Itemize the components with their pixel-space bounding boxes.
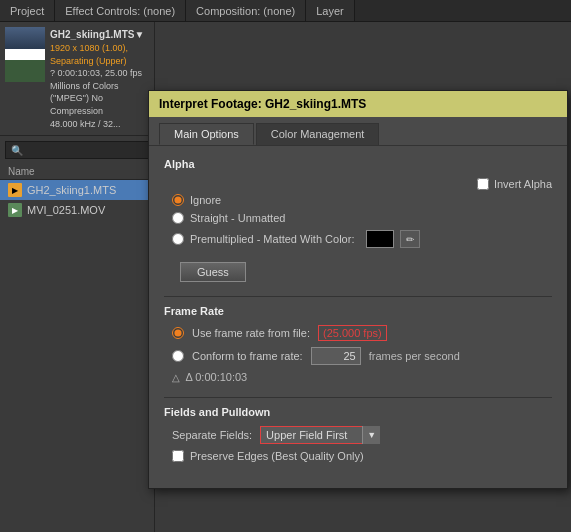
footage-metadata: GH2_skiing1.MTS▼ 1920 x 1080 (1.00), Sep… — [50, 27, 149, 130]
alpha-premultiplied-label: Premultiplied - Matted With Color: — [190, 233, 354, 245]
alpha-ignore-row: Ignore — [172, 194, 552, 206]
conform-frame-rate-label: Conform to frame rate: — [192, 350, 303, 362]
tab-effect-controls[interactable]: Effect Controls: (none) — [55, 0, 186, 21]
dialog-title: Interpret Footage: GH2_skiing1.MTS — [159, 97, 366, 111]
search-icon: 🔍 — [11, 145, 23, 156]
tab-layer[interactable]: Layer — [306, 0, 355, 21]
alpha-premultiplied-radio[interactable] — [172, 233, 184, 245]
frames-per-second-label: frames per second — [369, 350, 460, 362]
frame-rate-title: Frame Rate — [164, 305, 552, 317]
file-name: GH2_skiing1.MTS — [27, 184, 116, 196]
footage-line3: Millions of Colors — [50, 80, 149, 93]
separate-fields-select[interactable]: Off Upper Field First Lower Field First — [260, 426, 380, 444]
tab-main-options[interactable]: Main Options — [159, 123, 254, 145]
separator — [164, 296, 552, 297]
alpha-straight-row: Straight - Unmatted — [172, 212, 552, 224]
file-list: ▶ GH2_skiing1.MTS ▶ MVI_0251.MOV — [0, 180, 154, 532]
footage-line4: ("MPEG") No Compression — [50, 92, 149, 117]
alpha-ignore-radio[interactable] — [172, 194, 184, 206]
tab-project[interactable]: Project — [0, 0, 55, 21]
preserve-edges-row: Preserve Edges (Best Quality Only) — [172, 450, 552, 462]
frame-rate-from-file-value: (25.000 fps) — [318, 325, 387, 341]
mov-icon: ▶ — [8, 203, 22, 217]
frame-rate-from-file-radio[interactable] — [172, 327, 184, 339]
conform-frame-rate-radio[interactable] — [172, 350, 184, 362]
dialog-titlebar: Interpret Footage: GH2_skiing1.MTS — [149, 91, 567, 117]
alpha-section: Alpha Invert Alpha Ignore Straight - Unm… — [164, 158, 552, 282]
footage-thumbnail — [5, 27, 45, 82]
alpha-ignore-label: Ignore — [190, 194, 221, 206]
tab-color-management[interactable]: Color Management — [256, 123, 380, 145]
alpha-section-title: Alpha — [164, 158, 552, 170]
edit-icon: ✏ — [406, 234, 414, 245]
frame-rate-radio-group: Use frame rate from file: (25.000 fps) C… — [172, 325, 552, 365]
invert-alpha-checkbox[interactable] — [477, 178, 489, 190]
footage-info: GH2_skiing1.MTS▼ 1920 x 1080 (1.00), Sep… — [0, 22, 154, 136]
delta-icon: △ — [172, 372, 180, 383]
left-panel: GH2_skiing1.MTS▼ 1920 x 1080 (1.00), Sep… — [0, 22, 155, 532]
frame-rate-from-file-label: Use frame rate from file: — [192, 327, 310, 339]
alpha-radio-group: Ignore Straight - Unmatted Premultiplied… — [172, 194, 552, 248]
film-icon: ▶ — [8, 183, 22, 197]
delta-time: △ Δ 0:00:10:03 — [172, 371, 552, 383]
conform-frame-rate-input[interactable] — [311, 347, 361, 365]
edit-matte-color-button[interactable]: ✏ — [400, 230, 420, 248]
file-name: MVI_0251.MOV — [27, 204, 105, 216]
guess-button[interactable]: Guess — [180, 262, 246, 282]
footage-line5: 48.000 kHz / 32... — [50, 118, 149, 131]
matte-color-swatch[interactable] — [366, 230, 394, 248]
list-item[interactable]: ▶ GH2_skiing1.MTS — [0, 180, 154, 200]
separate-fields-label: Separate Fields: — [172, 429, 252, 441]
tab-composition[interactable]: Composition: (none) — [186, 0, 306, 21]
separator2 — [164, 397, 552, 398]
search-box[interactable]: 🔍 — [5, 141, 149, 159]
fields-section: Fields and Pulldown Separate Fields: Off… — [164, 406, 552, 462]
invert-alpha-label: Invert Alpha — [494, 178, 552, 190]
frame-rate-from-file-row: Use frame rate from file: (25.000 fps) — [172, 325, 552, 341]
dialog-content: Alpha Invert Alpha Ignore Straight - Unm… — [149, 146, 567, 488]
column-header: Name — [0, 164, 154, 180]
interpret-footage-dialog: Interpret Footage: GH2_skiing1.MTS Main … — [148, 90, 568, 489]
list-item[interactable]: ▶ MVI_0251.MOV — [0, 200, 154, 220]
footage-filename: GH2_skiing1.MTS▼ — [50, 27, 149, 42]
preserve-edges-checkbox[interactable] — [172, 450, 184, 462]
dialog-tabs: Main Options Color Management — [149, 117, 567, 146]
footage-line1: 1920 x 1080 (1.00), Separating (Upper) — [50, 42, 149, 67]
top-bar: Project Effect Controls: (none) Composit… — [0, 0, 571, 22]
separate-fields-row: Separate Fields: Off Upper Field First L… — [172, 426, 552, 444]
footage-line2: ? 0:00:10:03, 25.00 fps — [50, 67, 149, 80]
alpha-premultiplied-row: Premultiplied - Matted With Color: ✏ — [172, 230, 552, 248]
frame-rate-section: Frame Rate Use frame rate from file: (25… — [164, 305, 552, 383]
conform-frame-rate-row: Conform to frame rate: frames per second — [172, 347, 552, 365]
alpha-straight-radio[interactable] — [172, 212, 184, 224]
alpha-straight-label: Straight - Unmatted — [190, 212, 285, 224]
separate-fields-select-wrapper: Off Upper Field First Lower Field First … — [260, 426, 380, 444]
preserve-edges-label: Preserve Edges (Best Quality Only) — [190, 450, 364, 462]
fields-section-title: Fields and Pulldown — [164, 406, 552, 418]
